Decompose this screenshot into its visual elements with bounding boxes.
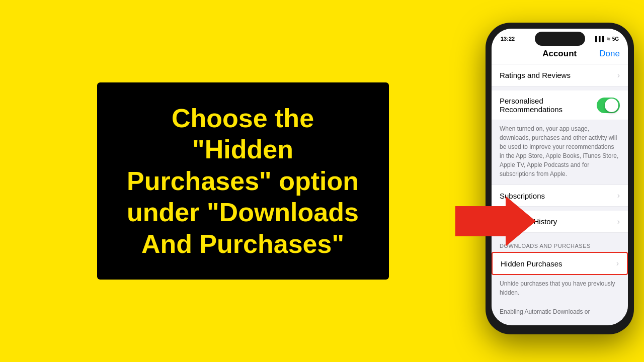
personalised-rec-label: Personalised Recommendations xyxy=(500,97,597,114)
wifi-icon: ≋ xyxy=(606,36,610,42)
purchase-history-chevron: › xyxy=(617,217,620,226)
nav-title: Account xyxy=(542,49,577,59)
phone-screen: 13:22 ▐▐▐ ≋ 5G Account Done Ratings and … xyxy=(492,29,628,325)
toggle-thumb xyxy=(605,99,618,112)
battery-label: 5G xyxy=(612,36,619,42)
instruction-text: Choose the "Hidden Purchases" option und… xyxy=(122,103,364,259)
dynamic-island xyxy=(535,32,585,46)
phone-frame: 13:22 ▐▐▐ ≋ 5G Account Done Ratings and … xyxy=(486,23,634,334)
hidden-purchases-chevron: › xyxy=(616,259,619,268)
gap-1 xyxy=(492,86,628,90)
screen-nav: Account Done xyxy=(492,45,628,64)
screen-content: Ratings and Reviews › Personalised Recom… xyxy=(492,64,628,316)
direction-arrow xyxy=(455,196,536,246)
personalised-rec-description: When turned on, your app usage, download… xyxy=(492,120,628,185)
hidden-purchases-label: Hidden Purchases xyxy=(501,259,562,268)
signal-icon: ▐▐▐ xyxy=(593,36,604,42)
personalised-rec-item[interactable]: Personalised Recommendations xyxy=(492,90,628,120)
personalised-rec-toggle[interactable] xyxy=(597,98,620,113)
ratings-reviews-chevron: › xyxy=(617,71,620,80)
hidden-purchases-description: Unhide purchases that you have previousl… xyxy=(492,275,628,303)
status-icons: ▐▐▐ ≋ 5G xyxy=(593,36,619,42)
left-section: Choose the "Hidden Purchases" option und… xyxy=(0,62,486,300)
svg-marker-0 xyxy=(455,196,536,246)
ratings-reviews-label: Ratings and Reviews xyxy=(500,71,571,79)
instruction-box: Choose the "Hidden Purchases" option und… xyxy=(97,82,389,280)
status-time: 13:22 xyxy=(501,36,515,42)
arrow-container xyxy=(455,196,536,248)
auto-downloads-description: Enabling Automatic Downloads or download… xyxy=(492,303,628,316)
subscriptions-chevron: › xyxy=(617,191,620,200)
right-section: 13:22 ▐▐▐ ≋ 5G Account Done Ratings and … xyxy=(486,23,644,339)
done-button[interactable]: Done xyxy=(599,49,620,59)
hidden-purchases-item[interactable]: Hidden Purchases › xyxy=(492,252,628,275)
ratings-reviews-item[interactable]: Ratings and Reviews › xyxy=(492,64,628,86)
